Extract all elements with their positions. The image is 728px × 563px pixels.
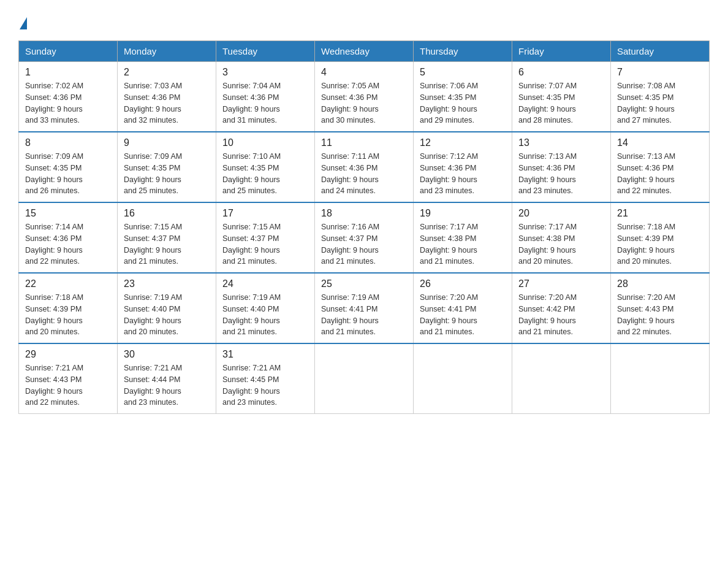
logo-text (18, 17, 28, 29)
day-info: Sunrise: 7:15 AM Sunset: 4:37 PM Dayligh… (124, 221, 210, 267)
day-info: Sunrise: 7:12 AM Sunset: 4:36 PM Dayligh… (420, 151, 506, 197)
day-number: 1 (25, 67, 111, 78)
day-number: 2 (124, 67, 210, 78)
calendar-header: SundayMondayTuesdayWednesdayThursdayFrid… (19, 41, 710, 62)
day-info: Sunrise: 7:18 AM Sunset: 4:39 PM Dayligh… (25, 292, 111, 338)
calendar-cell: 13 Sunrise: 7:13 AM Sunset: 4:36 PM Dayl… (512, 132, 611, 202)
day-info: Sunrise: 7:21 AM Sunset: 4:45 PM Dayligh… (222, 362, 308, 408)
calendar-cell: 3 Sunrise: 7:04 AM Sunset: 4:36 PM Dayli… (216, 62, 315, 132)
header-row: SundayMondayTuesdayWednesdayThursdayFrid… (19, 41, 710, 62)
day-number: 22 (25, 278, 111, 289)
calendar-cell (315, 343, 414, 414)
calendar-cell: 28 Sunrise: 7:20 AM Sunset: 4:43 PM Dayl… (611, 273, 710, 343)
day-number: 23 (124, 278, 210, 289)
day-info: Sunrise: 7:11 AM Sunset: 4:36 PM Dayligh… (321, 151, 407, 197)
day-info: Sunrise: 7:21 AM Sunset: 4:43 PM Dayligh… (25, 362, 111, 408)
day-info: Sunrise: 7:08 AM Sunset: 4:35 PM Dayligh… (617, 80, 703, 126)
day-number: 28 (617, 278, 703, 289)
day-info: Sunrise: 7:06 AM Sunset: 4:35 PM Dayligh… (420, 80, 506, 126)
calendar-week-5: 29 Sunrise: 7:21 AM Sunset: 4:43 PM Dayl… (19, 343, 710, 414)
day-info: Sunrise: 7:16 AM Sunset: 4:37 PM Dayligh… (321, 221, 407, 267)
day-number: 16 (124, 208, 210, 219)
day-number: 17 (222, 208, 308, 219)
calendar-cell: 27 Sunrise: 7:20 AM Sunset: 4:42 PM Dayl… (512, 273, 611, 343)
calendar-cell: 17 Sunrise: 7:15 AM Sunset: 4:37 PM Dayl… (216, 202, 315, 273)
calendar-week-1: 1 Sunrise: 7:02 AM Sunset: 4:36 PM Dayli… (19, 62, 710, 132)
day-info: Sunrise: 7:19 AM Sunset: 4:41 PM Dayligh… (321, 292, 407, 338)
day-number: 21 (617, 208, 703, 219)
calendar-cell: 7 Sunrise: 7:08 AM Sunset: 4:35 PM Dayli… (611, 62, 710, 132)
calendar-cell: 24 Sunrise: 7:19 AM Sunset: 4:40 PM Dayl… (216, 273, 315, 343)
day-number: 24 (222, 278, 308, 289)
calendar-week-3: 15 Sunrise: 7:14 AM Sunset: 4:36 PM Dayl… (19, 202, 710, 273)
day-number: 31 (222, 349, 308, 360)
day-info: Sunrise: 7:09 AM Sunset: 4:35 PM Dayligh… (124, 151, 210, 197)
day-number: 6 (518, 67, 604, 78)
day-info: Sunrise: 7:20 AM Sunset: 4:41 PM Dayligh… (420, 292, 506, 338)
page-header (18, 12, 710, 31)
calendar-table: SundayMondayTuesdayWednesdayThursdayFrid… (18, 40, 710, 414)
calendar-cell: 12 Sunrise: 7:12 AM Sunset: 4:36 PM Dayl… (414, 132, 512, 202)
header-day-tuesday: Tuesday (216, 41, 315, 62)
calendar-cell: 9 Sunrise: 7:09 AM Sunset: 4:35 PM Dayli… (118, 132, 216, 202)
calendar-cell: 2 Sunrise: 7:03 AM Sunset: 4:36 PM Dayli… (118, 62, 216, 132)
day-number: 19 (420, 208, 506, 219)
day-info: Sunrise: 7:21 AM Sunset: 4:44 PM Dayligh… (124, 362, 210, 408)
calendar-cell: 4 Sunrise: 7:05 AM Sunset: 4:36 PM Dayli… (315, 62, 414, 132)
day-number: 20 (518, 208, 604, 219)
calendar-cell: 10 Sunrise: 7:10 AM Sunset: 4:35 PM Dayl… (216, 132, 315, 202)
calendar-cell: 29 Sunrise: 7:21 AM Sunset: 4:43 PM Dayl… (19, 343, 118, 414)
day-number: 8 (25, 137, 111, 148)
day-info: Sunrise: 7:20 AM Sunset: 4:43 PM Dayligh… (617, 292, 703, 338)
day-number: 9 (124, 137, 210, 148)
calendar-body: 1 Sunrise: 7:02 AM Sunset: 4:36 PM Dayli… (19, 62, 710, 414)
header-day-wednesday: Wednesday (315, 41, 414, 62)
day-info: Sunrise: 7:03 AM Sunset: 4:36 PM Dayligh… (124, 80, 210, 126)
day-info: Sunrise: 7:09 AM Sunset: 4:35 PM Dayligh… (25, 151, 111, 197)
calendar-cell: 20 Sunrise: 7:17 AM Sunset: 4:38 PM Dayl… (512, 202, 611, 273)
day-info: Sunrise: 7:19 AM Sunset: 4:40 PM Dayligh… (222, 292, 308, 338)
day-info: Sunrise: 7:04 AM Sunset: 4:36 PM Dayligh… (222, 80, 308, 126)
header-day-monday: Monday (118, 41, 216, 62)
header-day-thursday: Thursday (414, 41, 512, 62)
day-number: 18 (321, 208, 407, 219)
day-info: Sunrise: 7:10 AM Sunset: 4:35 PM Dayligh… (222, 151, 308, 197)
day-info: Sunrise: 7:05 AM Sunset: 4:36 PM Dayligh… (321, 80, 407, 126)
day-number: 25 (321, 278, 407, 289)
day-info: Sunrise: 7:07 AM Sunset: 4:35 PM Dayligh… (518, 80, 604, 126)
calendar-cell (611, 343, 710, 414)
calendar-cell: 31 Sunrise: 7:21 AM Sunset: 4:45 PM Dayl… (216, 343, 315, 414)
day-number: 7 (617, 67, 703, 78)
day-number: 12 (420, 137, 506, 148)
day-info: Sunrise: 7:19 AM Sunset: 4:40 PM Dayligh… (124, 292, 210, 338)
day-info: Sunrise: 7:14 AM Sunset: 4:36 PM Dayligh… (25, 221, 111, 267)
day-number: 4 (321, 67, 407, 78)
calendar-week-4: 22 Sunrise: 7:18 AM Sunset: 4:39 PM Dayl… (19, 273, 710, 343)
calendar-cell: 18 Sunrise: 7:16 AM Sunset: 4:37 PM Dayl… (315, 202, 414, 273)
day-number: 5 (420, 67, 506, 78)
calendar-cell (512, 343, 611, 414)
day-number: 3 (222, 67, 308, 78)
calendar-cell: 16 Sunrise: 7:15 AM Sunset: 4:37 PM Dayl… (118, 202, 216, 273)
logo-triangle-icon (20, 17, 27, 29)
calendar-cell: 25 Sunrise: 7:19 AM Sunset: 4:41 PM Dayl… (315, 273, 414, 343)
calendar-cell: 6 Sunrise: 7:07 AM Sunset: 4:35 PM Dayli… (512, 62, 611, 132)
day-info: Sunrise: 7:13 AM Sunset: 4:36 PM Dayligh… (518, 151, 604, 197)
calendar-cell: 26 Sunrise: 7:20 AM Sunset: 4:41 PM Dayl… (414, 273, 512, 343)
header-day-sunday: Sunday (19, 41, 118, 62)
day-info: Sunrise: 7:02 AM Sunset: 4:36 PM Dayligh… (25, 80, 111, 126)
day-number: 10 (222, 137, 308, 148)
calendar-cell (414, 343, 512, 414)
day-number: 11 (321, 137, 407, 148)
day-info: Sunrise: 7:13 AM Sunset: 4:36 PM Dayligh… (617, 151, 703, 197)
day-info: Sunrise: 7:18 AM Sunset: 4:39 PM Dayligh… (617, 221, 703, 267)
calendar-cell: 14 Sunrise: 7:13 AM Sunset: 4:36 PM Dayl… (611, 132, 710, 202)
day-number: 30 (124, 349, 210, 360)
logo (18, 17, 28, 31)
calendar-cell: 5 Sunrise: 7:06 AM Sunset: 4:35 PM Dayli… (414, 62, 512, 132)
calendar-cell: 15 Sunrise: 7:14 AM Sunset: 4:36 PM Dayl… (19, 202, 118, 273)
day-number: 13 (518, 137, 604, 148)
day-number: 15 (25, 208, 111, 219)
calendar-cell: 22 Sunrise: 7:18 AM Sunset: 4:39 PM Dayl… (19, 273, 118, 343)
day-number: 29 (25, 349, 111, 360)
